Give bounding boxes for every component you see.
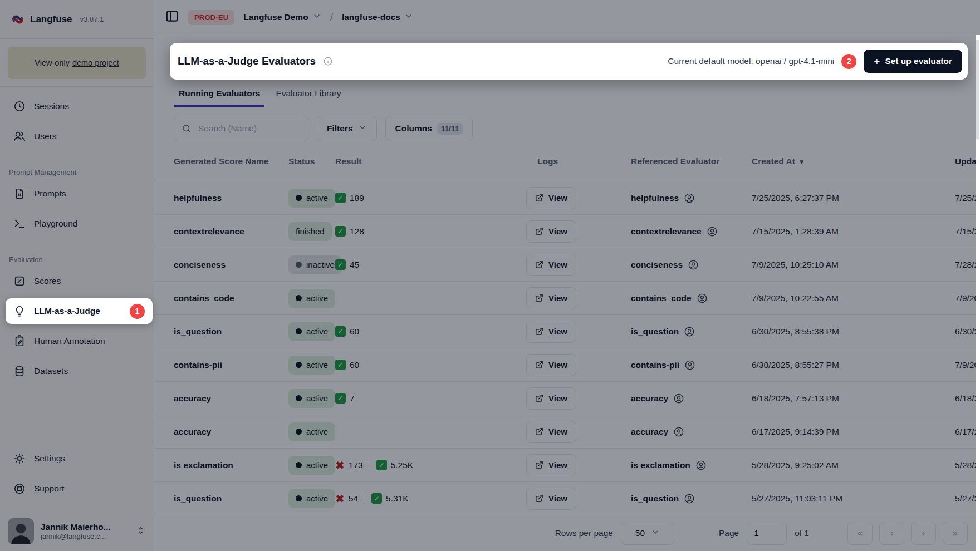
sidebar-item-scores[interactable]: Scores <box>6 268 148 294</box>
main-area: PROD-EU Langfuse Demo / langfuse-docs LL… <box>154 0 976 551</box>
col-header-created-at[interactable]: Created At▼ <box>752 156 955 166</box>
org-switcher[interactable]: Langfuse Demo <box>243 12 321 23</box>
check-icon: ✓ <box>335 226 346 237</box>
view-logs-button[interactable]: View <box>526 421 576 443</box>
info-icon[interactable] <box>323 56 333 66</box>
file-code-icon <box>13 188 26 200</box>
pass-count: 60 <box>350 327 359 337</box>
columns-button[interactable]: Columns 11/11 <box>385 116 473 141</box>
check-icon: ✓ <box>335 393 346 404</box>
rows-per-page-select[interactable]: 50 <box>621 522 674 545</box>
chevron-down-icon <box>312 12 321 23</box>
view-logs-button[interactable]: View <box>526 321 576 343</box>
sidebar-item-label: Settings <box>34 454 65 464</box>
col-header-result[interactable]: Result <box>335 156 518 166</box>
filters-button[interactable]: Filters <box>317 116 377 141</box>
sidebar-item-llm-as-a-judge[interactable]: LLM-as-a-Judge 1 <box>6 298 153 324</box>
col-header-status[interactable]: Status <box>288 156 335 166</box>
search-box[interactable] <box>174 116 308 141</box>
view-logs-button[interactable]: View <box>526 220 576 243</box>
sidebar-heading-prompt-management: Prompt Management <box>6 168 148 176</box>
view-label: View <box>548 260 567 269</box>
project-switcher[interactable]: langfuse-docs <box>342 12 413 23</box>
status-badge: active <box>288 389 335 408</box>
sidebar-item-settings[interactable]: Settings <box>6 446 148 471</box>
sidebar-item-playground[interactable]: Playground <box>6 211 148 237</box>
table-row[interactable]: contextrelevance finished ✓ <box>154 215 976 248</box>
referenced-evaluator-cell: is_question <box>631 326 752 337</box>
updated-at-cell: 5/27/2 <box>955 494 976 504</box>
scrollbar-thumb[interactable] <box>976 40 979 140</box>
view-logs-button[interactable]: View <box>526 488 576 510</box>
created-at-cell: 6/17/2025, 9:14:39 PM <box>752 427 955 437</box>
sidebar-item-sessions[interactable]: Sessions <box>6 94 148 119</box>
view-logs-button[interactable]: View <box>526 454 576 476</box>
table-row[interactable]: contains_code active <box>154 282 976 315</box>
col-header-updated-at[interactable]: Upda <box>955 156 976 166</box>
clipboard-pen-icon <box>13 335 26 347</box>
referenced-evaluator-cell: conciseness <box>631 259 752 270</box>
table-row[interactable]: helpfulness active ✓ <box>154 181 976 215</box>
col-header-logs[interactable]: Logs <box>518 156 631 166</box>
view-logs-button[interactable]: View <box>526 354 576 376</box>
tab-evaluator-library[interactable]: Evaluator Library <box>271 84 345 107</box>
set-up-evaluator-button[interactable]: + Set up evaluator <box>864 50 962 73</box>
demo-project-link[interactable]: demo project <box>72 58 119 67</box>
tab-running-evaluators[interactable]: Running Evaluators <box>174 84 264 107</box>
view-logs-button[interactable]: View <box>526 254 576 276</box>
status-dot-icon <box>296 362 302 368</box>
table-row[interactable]: conciseness inactive ✓ <box>154 248 976 282</box>
view-label: View <box>548 460 567 470</box>
pagination-bar: Rows per page 50 Page of 1 « ‹ › » <box>154 515 976 551</box>
sidebar-nav: Sessions Users Prompt Management Prompts… <box>0 87 154 440</box>
table-row[interactable]: accuracy active ✓ <box>154 382 976 415</box>
app-version: v3.87.1 <box>80 15 104 23</box>
user-menu[interactable]: Jannik Maierho... jannik@langfuse.c... <box>6 518 148 544</box>
view-label: View <box>548 193 567 203</box>
scrollbar-track[interactable] <box>976 35 980 551</box>
referenced-evaluator-name: helpfulness <box>631 193 679 203</box>
columns-count-badge: 11/11 <box>437 123 463 135</box>
sidebar-item-prompts[interactable]: Prompts <box>6 181 148 206</box>
referenced-evaluator-name: contains-pii <box>631 360 679 370</box>
col-header-referenced-evaluator[interactable]: Referenced Evaluator <box>631 156 752 166</box>
table-row[interactable]: accuracy active <box>154 415 976 449</box>
view-logs-button[interactable]: View <box>526 287 576 309</box>
view-logs-button[interactable]: View <box>526 387 576 410</box>
table-row[interactable]: contains-pii active ✓ <box>154 348 976 382</box>
referenced-evaluator-cell: accuracy <box>631 393 752 404</box>
status-badge: active <box>288 289 335 308</box>
result-pass: ✓ 189 <box>335 193 364 203</box>
col-header-generated-score-name[interactable]: Generated Score Name <box>174 156 288 166</box>
sidebar-item-support[interactable]: Support <box>6 476 148 501</box>
result-pass: ✓ 60 <box>335 360 359 370</box>
next-page-button[interactable]: › <box>911 522 936 545</box>
updated-at-cell: 7/15/2 <box>955 227 976 237</box>
referenced-evaluator-name: is exclamation <box>631 460 690 470</box>
score-name: accuracy <box>174 393 288 404</box>
view-label: View <box>548 360 567 370</box>
sidebar-item-datasets[interactable]: Datasets <box>6 358 148 384</box>
sidebar-item-human-annotation[interactable]: Human Annotation <box>6 328 148 354</box>
view-logs-button[interactable]: View <box>526 187 576 209</box>
table-row[interactable]: is exclamation active ✖ 173 ✓ <box>154 449 976 482</box>
score-name: is exclamation <box>174 460 288 470</box>
page-number-input[interactable] <box>747 522 787 545</box>
table-row[interactable]: is_question active ✓ <box>154 315 976 348</box>
status-dot-icon <box>296 262 302 268</box>
sidebar-item-users[interactable]: Users <box>6 124 148 149</box>
sidebar-toggle-icon[interactable] <box>165 9 179 26</box>
status-label: active <box>306 393 328 403</box>
last-page-button[interactable]: » <box>943 522 968 545</box>
prev-page-button[interactable]: ‹ <box>879 522 904 545</box>
status-label: active <box>306 360 328 370</box>
status-dot-icon <box>296 195 302 201</box>
tab-bar: Running Evaluators Evaluator Library <box>174 84 976 107</box>
status-label: active <box>306 293 328 303</box>
page-label: Page <box>719 528 739 538</box>
search-input[interactable] <box>197 123 301 134</box>
updated-at-cell: 6/17/2 <box>955 427 976 437</box>
table-row[interactable]: is_question active ✖ 54 ✓ <box>154 482 976 515</box>
first-page-button[interactable]: « <box>847 522 873 545</box>
result-cell: ✓ 7 <box>335 393 518 404</box>
